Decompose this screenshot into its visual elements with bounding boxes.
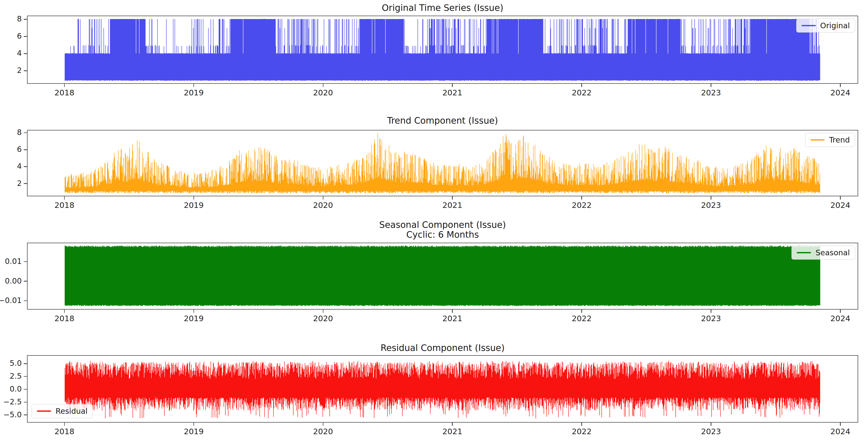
x-tick-label: 2020 bbox=[303, 427, 343, 436]
x-tick-label: 2020 bbox=[303, 201, 343, 210]
x-tick-mark bbox=[64, 310, 65, 313]
legend-residual: Residual bbox=[32, 404, 93, 418]
legend-line-residual-icon bbox=[37, 410, 51, 412]
x-tick-mark bbox=[581, 196, 582, 200]
x-tick-label: 2022 bbox=[562, 427, 602, 436]
y-tick-label: −5.0 bbox=[0, 410, 22, 419]
x-tick-mark bbox=[581, 310, 582, 313]
series-original bbox=[28, 16, 858, 83]
y-tick-label: 6 bbox=[0, 32, 22, 40]
y-tick-mark bbox=[24, 389, 27, 390]
x-tick-mark bbox=[840, 196, 841, 200]
x-tick-label: 2021 bbox=[432, 88, 473, 97]
x-tick-mark bbox=[323, 310, 323, 313]
x-tick-mark bbox=[193, 310, 194, 313]
x-tick-label: 2024 bbox=[820, 201, 861, 210]
y-tick-mark bbox=[24, 402, 27, 403]
y-tick-mark bbox=[24, 70, 27, 71]
x-tick-label: 2024 bbox=[820, 314, 861, 323]
chart-title-trend: Trend Component (Issue) bbox=[27, 116, 858, 125]
series-trend bbox=[28, 130, 858, 196]
subplot-residual: Residual Component (Issue) Residual 2018… bbox=[0, 0, 868, 442]
subplot-trend: Trend Component (Issue) Trend 2018201920… bbox=[0, 0, 868, 442]
x-tick-mark bbox=[64, 84, 65, 87]
y-tick-mark bbox=[24, 149, 27, 150]
x-tick-label: 2019 bbox=[174, 201, 214, 210]
chart-title-original: Original Time Series (Issue) bbox=[27, 3, 858, 12]
legend-trend: Trend bbox=[805, 133, 855, 147]
x-tick-label: 2021 bbox=[432, 201, 473, 210]
x-tick-label: 2023 bbox=[691, 88, 731, 97]
axes-residual: Residual bbox=[27, 355, 858, 422]
x-tick-mark bbox=[711, 310, 711, 313]
decomposition-figure: Original Time Series (Issue) Original 20… bbox=[0, 0, 868, 442]
y-tick-mark bbox=[24, 36, 27, 37]
chart-title-seasonal: Seasonal Component (Issue) bbox=[27, 220, 858, 230]
x-tick-mark bbox=[64, 196, 65, 200]
y-tick-label: 8 bbox=[0, 14, 22, 23]
y-tick-label: 6 bbox=[0, 145, 22, 154]
x-tick-mark bbox=[64, 422, 65, 426]
y-tick-label: 4 bbox=[0, 49, 22, 58]
chart-title-residual: Residual Component (Issue) bbox=[27, 343, 858, 353]
x-tick-label: 2019 bbox=[174, 427, 214, 436]
y-tick-mark bbox=[24, 261, 27, 262]
x-tick-mark bbox=[840, 422, 841, 426]
series-residual bbox=[28, 356, 858, 422]
x-tick-mark bbox=[840, 84, 841, 87]
series-seasonal bbox=[28, 243, 858, 309]
legend-line-original-icon bbox=[802, 25, 816, 26]
x-tick-label: 2022 bbox=[562, 314, 602, 323]
y-tick-label: 5.0 bbox=[0, 359, 22, 368]
legend-original: Original bbox=[796, 19, 855, 33]
y-tick-mark bbox=[24, 53, 27, 54]
legend-label-trend: Trend bbox=[829, 135, 850, 144]
y-tick-label: −2.5 bbox=[0, 397, 22, 406]
y-tick-label: 0.01 bbox=[0, 257, 22, 266]
x-tick-label: 2020 bbox=[303, 88, 343, 97]
x-tick-mark bbox=[193, 422, 194, 426]
y-tick-mark bbox=[24, 166, 27, 167]
x-tick-label: 2024 bbox=[820, 427, 861, 436]
y-tick-mark bbox=[24, 132, 27, 133]
y-tick-label: 2 bbox=[0, 179, 22, 188]
x-tick-label: 2023 bbox=[691, 201, 731, 210]
subplot-original: Original Time Series (Issue) Original 20… bbox=[0, 0, 868, 442]
legend-line-seasonal-icon bbox=[797, 252, 811, 253]
x-tick-mark bbox=[452, 422, 453, 426]
y-tick-label: 8 bbox=[0, 128, 22, 137]
x-tick-mark bbox=[452, 84, 453, 87]
x-tick-label: 2018 bbox=[44, 88, 85, 97]
x-tick-label: 2021 bbox=[432, 427, 473, 436]
x-tick-label: 2018 bbox=[44, 314, 85, 323]
x-tick-label: 2024 bbox=[820, 88, 861, 97]
y-tick-label: 0.0 bbox=[0, 384, 22, 393]
x-tick-mark bbox=[193, 196, 194, 200]
chart-subtitle-seasonal: Cyclic: 6 Months bbox=[27, 230, 858, 240]
x-tick-label: 2022 bbox=[562, 201, 602, 210]
x-tick-mark bbox=[711, 84, 711, 87]
y-tick-mark bbox=[24, 301, 27, 301]
legend-seasonal: Seasonal bbox=[792, 246, 855, 260]
y-tick-label: −0.01 bbox=[0, 296, 22, 305]
legend-label-original: Original bbox=[820, 21, 850, 30]
axes-seasonal: Seasonal bbox=[27, 243, 858, 310]
legend-label-residual: Residual bbox=[56, 407, 88, 415]
x-tick-mark bbox=[323, 196, 323, 200]
x-tick-label: 2019 bbox=[174, 88, 214, 97]
subplot-seasonal: Seasonal Component (Issue) Cyclic: 6 Mon… bbox=[0, 0, 868, 442]
x-tick-label: 2019 bbox=[174, 314, 214, 323]
x-tick-mark bbox=[452, 310, 453, 313]
x-tick-mark bbox=[711, 422, 711, 426]
axes-original: Original bbox=[27, 15, 858, 84]
y-tick-mark bbox=[24, 376, 27, 377]
x-tick-label: 2021 bbox=[432, 314, 473, 323]
y-tick-label: 0.00 bbox=[0, 276, 22, 285]
y-tick-label: 2 bbox=[0, 66, 22, 75]
x-tick-mark bbox=[711, 196, 711, 200]
y-tick-mark bbox=[24, 414, 27, 415]
x-tick-label: 2018 bbox=[44, 201, 85, 210]
axes-trend: Trend bbox=[27, 130, 858, 196]
x-tick-label: 2018 bbox=[44, 427, 85, 436]
x-tick-mark bbox=[452, 196, 453, 200]
